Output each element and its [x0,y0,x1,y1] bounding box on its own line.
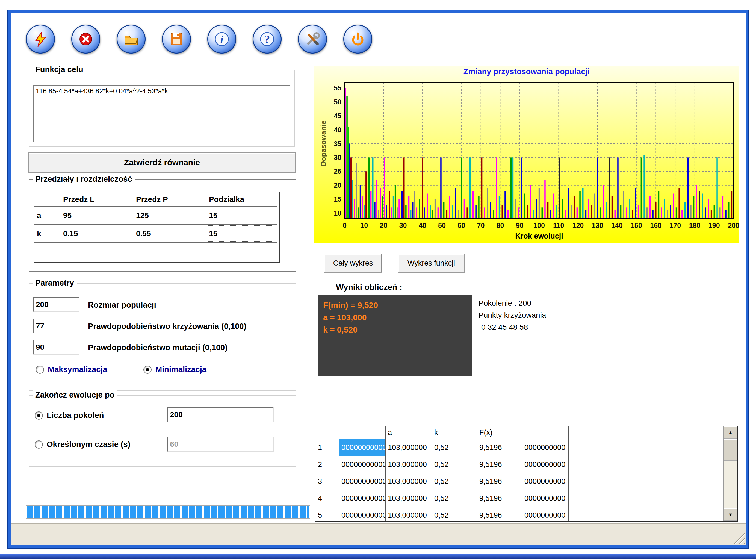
table-cell[interactable]: 15 [206,206,277,225]
table-cell[interactable]: 0000000000 [522,507,569,521]
column-header[interactable]: k [432,426,477,439]
svg-text:190: 190 [709,222,720,229]
table-cell[interactable]: 00000000000 [339,439,386,456]
table-cell[interactable]: 103,000000 [386,507,432,521]
table-cell[interactable]: 103,000000 [386,456,432,473]
generation-count: Pokolenie : 200 [479,297,546,309]
table-cell[interactable]: 00000000000 [339,473,386,490]
table-cell[interactable]: 0,52 [432,439,477,456]
column-header[interactable]: a [386,426,432,439]
row-number[interactable]: 4 [315,490,339,507]
svg-text:140: 140 [611,222,623,229]
table-cell[interactable]: 103,000000 [386,490,432,507]
folder-icon [123,31,139,47]
table-cell[interactable]: 00000000000 [339,490,386,507]
column-header[interactable] [34,192,60,206]
mutation-probability-input[interactable] [33,340,79,355]
generations-count-input[interactable] [167,407,274,422]
table-cell[interactable]: 9,5196 [477,456,522,473]
svg-text:35: 35 [334,140,341,148]
resize-grip[interactable] [733,532,744,544]
maximize-radio[interactable] [36,365,44,374]
equation-input[interactable] [33,85,290,142]
scrollbar-thumb[interactable] [724,439,737,461]
column-header[interactable] [339,426,386,439]
minimize-label[interactable]: Minimalizacja [155,365,206,374]
table-cell[interactable]: 0000000000 [522,473,569,490]
table-cell[interactable]: 0,52 [432,473,477,490]
table-cell[interactable]: 00000000000 [339,456,386,473]
table-cell[interactable]: 0000000000 [522,490,569,507]
table-cell[interactable]: 0,52 [432,456,477,473]
crossover-probability-input[interactable] [33,318,79,333]
full-chart-button[interactable]: Cały wykres [324,254,382,272]
table-cell[interactable]: 95 [60,206,133,225]
zakoncz-groupbox: Zakończ ewolucje po Liczba pokoleń Okreś… [29,395,296,467]
screen-edge-bar [0,554,756,559]
scroll-down-button[interactable]: ▼ [724,509,737,521]
svg-text:170: 170 [670,222,681,229]
maximize-label[interactable]: Maksymalizacja [48,365,107,374]
row-number[interactable]: 1 [315,439,339,456]
tools-button[interactable] [298,25,327,53]
minimize-radio[interactable] [143,365,152,374]
row-number[interactable]: 3 [315,473,339,490]
svg-text:70: 70 [477,222,484,229]
svg-text:60: 60 [457,222,465,229]
table-cell[interactable]: 9,5196 [477,490,522,507]
column-header[interactable]: Przedz L [60,192,133,206]
row-header[interactable]: a [34,206,60,225]
vertical-scrollbar[interactable]: ▲ ▼ [724,426,737,521]
table-cell[interactable]: 9,5196 [477,473,522,490]
save-button[interactable] [162,25,191,53]
scroll-up-button[interactable]: ▲ [724,426,737,439]
mutation-probability-label: Prawdopodobieństwo mutacji (0,100) [88,343,228,352]
table-cell[interactable]: 0,52 [432,507,477,521]
table-cell[interactable]: 103,000000 [386,439,432,456]
floppy-icon [168,31,184,47]
crossover-probability-label: Prawdopodobieństwo krzyżowania (0,100) [88,322,246,331]
svg-text:160: 160 [650,222,662,229]
chart-title: Zmiany przystosowania populacji [314,67,739,76]
time-limit-label[interactable]: Określonym czasie (s) [47,440,130,449]
column-header[interactable] [522,426,569,439]
generations-label[interactable]: Liczba pokoleń [47,411,104,420]
table-cell[interactable]: 9,5196 [477,507,522,521]
svg-text:30: 30 [399,222,407,229]
table-cell[interactable]: 00000000000 [339,507,386,521]
run-button[interactable] [26,25,55,53]
help-button[interactable]: ? [253,25,281,53]
function-chart-button[interactable]: Wykres funkcji [398,254,464,272]
row-number[interactable]: 5 [315,507,339,521]
population-size-label: Rozmiar populacji [88,300,156,310]
table-cell[interactable]: 0.15 [60,225,133,243]
population-size-input[interactable] [33,297,79,312]
table-cell[interactable]: 0,52 [432,490,477,507]
power-button[interactable] [343,25,372,53]
open-button[interactable] [117,25,145,53]
row-number[interactable]: 2 [315,456,339,473]
column-header[interactable]: Podzialka [206,192,277,206]
column-header[interactable] [315,426,339,439]
time-limit-input[interactable] [167,437,274,452]
power-icon [350,31,366,47]
table-cell[interactable]: 0000000000 [522,456,569,473]
column-header[interactable]: Przedz P [133,192,206,206]
stop-button[interactable] [71,25,100,53]
table-cell[interactable]: 103,000000 [386,473,432,490]
table-cell[interactable]: 9,5196 [477,439,522,456]
table-cell[interactable]: 0000000000 [522,439,569,456]
row-header[interactable]: k [34,225,60,243]
table-cell-focused[interactable]: 15 [206,225,277,243]
table-cell[interactable]: 125 [133,206,206,225]
svg-text:20: 20 [380,222,387,229]
table-cell[interactable]: 0.55 [133,225,206,243]
column-header[interactable]: F(x) [477,426,522,439]
svg-text:100: 100 [533,222,545,229]
svg-text:130: 130 [592,222,603,229]
funkcja-celu-groupbox: Funkcja celu [29,70,295,147]
generations-radio[interactable] [35,411,43,420]
time-limit-radio[interactable] [35,441,43,449]
confirm-equation-button[interactable]: Zatwierdź równanie [29,153,295,172]
info-button[interactable]: i [207,25,236,53]
